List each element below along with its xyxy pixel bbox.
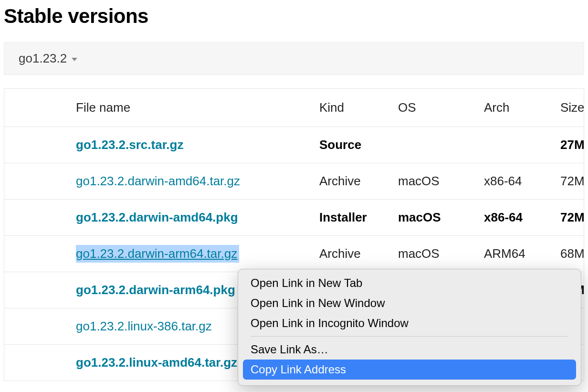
cell-os: macOS <box>388 163 474 200</box>
context-menu-item[interactable]: Open Link in Incognito Window <box>243 313 576 333</box>
cell-filename: go1.23.2.darwin-arm64.tar.gz <box>66 236 310 272</box>
cell-kind: Source <box>310 127 388 163</box>
header-size: Size <box>551 89 584 127</box>
cell-pad <box>4 163 66 200</box>
version-selector[interactable]: go1.23.2 <box>19 51 77 66</box>
header-pad <box>4 89 66 127</box>
cell-os: macOS <box>388 200 474 236</box>
table-row: go1.23.2.src.tar.gzSource27M <box>4 127 584 163</box>
cell-kind: Archive <box>310 163 388 200</box>
download-link[interactable]: go1.23.2.darwin-amd64.pkg <box>76 210 238 224</box>
cell-kind: Installer <box>310 200 388 236</box>
cell-size: 72M <box>551 163 584 200</box>
page-title: Stable versions <box>4 5 588 28</box>
download-link[interactable]: go1.23.2.darwin-arm64.tar.gz <box>76 245 239 263</box>
cell-arch: x86-64 <box>474 200 551 236</box>
cell-pad <box>4 236 66 272</box>
header-kind: Kind <box>310 89 388 127</box>
version-selector-label: go1.23.2 <box>19 51 67 66</box>
download-link[interactable]: go1.23.2.darwin-arm64.pkg <box>76 283 235 297</box>
table-row: go1.23.2.darwin-amd64.pkgInstallermacOSx… <box>4 200 584 236</box>
cell-size: 68M <box>551 236 584 272</box>
download-link[interactable]: go1.23.2.src.tar.gz <box>76 138 183 152</box>
context-menu-separator <box>251 336 568 337</box>
header-filename: File name <box>66 89 310 127</box>
cell-kind: Archive <box>310 236 388 272</box>
cell-os: macOS <box>388 236 474 272</box>
context-menu: Open Link in New TabOpen Link in New Win… <box>238 269 581 386</box>
cell-arch: x86-64 <box>474 163 551 200</box>
header-arch: Arch <box>474 89 551 127</box>
cell-pad <box>4 308 66 345</box>
cell-pad <box>4 272 66 308</box>
cell-size: 72M <box>551 200 584 236</box>
cell-size: 27M <box>551 127 584 163</box>
context-menu-item[interactable]: Copy Link Address <box>243 360 576 380</box>
context-menu-item[interactable]: Open Link in New Tab <box>243 273 576 293</box>
cell-filename: go1.23.2.darwin-amd64.pkg <box>66 200 310 236</box>
cell-pad <box>4 200 66 236</box>
header-os: OS <box>388 89 474 127</box>
table-row: go1.23.2.darwin-arm64.tar.gzArchivemacOS… <box>4 236 584 272</box>
cell-os <box>388 127 474 163</box>
download-link[interactable]: go1.23.2.linux-amd64.tar.gz <box>76 355 237 370</box>
cell-arch: ARM64 <box>474 236 551 272</box>
table-header-row: File name Kind OS Arch Size <box>4 89 584 127</box>
cell-pad <box>4 345 66 381</box>
context-menu-item[interactable]: Save Link As… <box>243 339 576 360</box>
cell-filename: go1.23.2.darwin-amd64.tar.gz <box>66 163 310 200</box>
download-link[interactable]: go1.23.2.linux-386.tar.gz <box>76 319 212 333</box>
context-menu-item[interactable]: Open Link in New Window <box>243 293 576 313</box>
download-link[interactable]: go1.23.2.darwin-amd64.tar.gz <box>76 174 240 188</box>
cell-filename: go1.23.2.src.tar.gz <box>66 127 310 163</box>
cell-arch <box>474 127 551 163</box>
chevron-down-icon <box>72 58 77 61</box>
cell-pad <box>4 127 66 163</box>
table-row: go1.23.2.darwin-amd64.tar.gzArchivemacOS… <box>4 163 584 200</box>
version-selector-bar: go1.23.2 <box>4 42 584 75</box>
